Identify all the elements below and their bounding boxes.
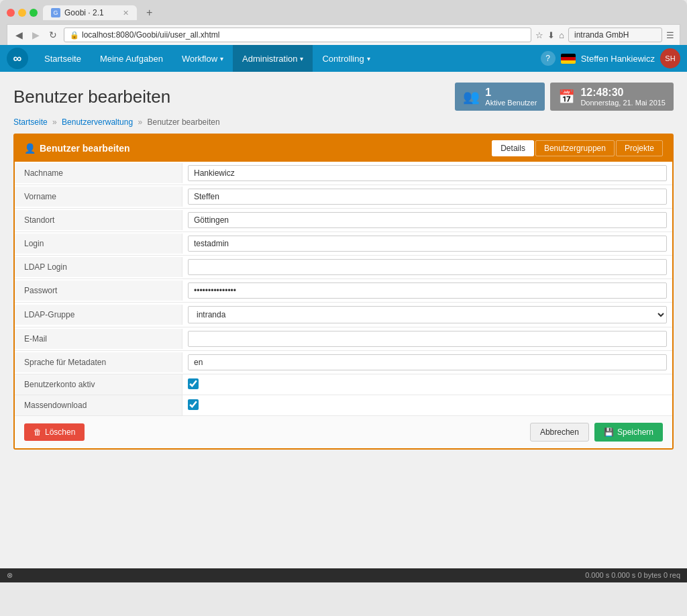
back-button[interactable]: ◀ [13, 28, 25, 42]
input-login[interactable] [188, 236, 667, 252]
tab-close-icon[interactable]: ✕ [123, 9, 129, 17]
calendar-icon: 📅 [558, 89, 575, 105]
label-ldap-login: LDAP Login [15, 257, 182, 277]
tab-icon: G [51, 8, 60, 17]
form-row-massendownload: Massendownload [15, 395, 672, 415]
widget-time: 12:48:30 [580, 87, 666, 99]
form-row-email: E-Mail [15, 327, 672, 351]
maximize-dot[interactable] [30, 9, 38, 17]
search-text: intranda GmbH [574, 30, 629, 40]
url-text: localhost:8080/Goobi/uii/user_all.xhtml [82, 30, 219, 40]
checkbox-benutzerkonto[interactable] [188, 378, 199, 389]
select-ldap-gruppe[interactable]: intranda [188, 306, 667, 323]
label-vorname: Vorname [15, 187, 182, 207]
widget-date: Donnerstag, 21. Mai 2015 [580, 99, 666, 107]
language-flag[interactable] [561, 54, 576, 64]
save-button[interactable]: 💾 Speichern [594, 423, 663, 442]
checkbox-massendownload[interactable] [188, 399, 199, 410]
nav-meine-aufgaben[interactable]: Meine Aufgaben [91, 45, 172, 72]
new-tab-button[interactable]: + [146, 7, 152, 19]
form-panel: 👤 Benutzer bearbeiten Details Benutzergr… [13, 134, 674, 450]
users-icon: 👥 [463, 89, 480, 105]
form-row-login: Login [15, 232, 672, 256]
input-passwort[interactable] [188, 283, 667, 299]
refresh-button[interactable]: ↻ [46, 28, 60, 42]
label-benutzerkonto: Benutzerkonto aktiv [15, 374, 182, 395]
page-header: Benutzer bearbeiten 👥 1 Aktive Benutzer … [0, 72, 687, 117]
label-email: E-Mail [15, 329, 182, 349]
form-panel-title: 👤 Benutzer bearbeiten [24, 143, 130, 154]
tab-details[interactable]: Details [492, 140, 534, 156]
nav-startseite[interactable]: Startseite [35, 45, 91, 72]
controlling-caret-icon: ▾ [367, 55, 370, 62]
top-navigation: ∞ Startseite Meine Aufgaben Workflow ▾ A… [0, 45, 687, 72]
input-nachname[interactable] [188, 165, 667, 181]
bottom-left-icon: ⊗ [7, 571, 13, 580]
browser-tab[interactable]: G Goobi · 2.1 ✕ [43, 5, 137, 20]
user-avatar[interactable]: SH [660, 48, 680, 68]
field-ldap-gruppe: intranda [182, 303, 672, 327]
app-wrapper: ∞ Startseite Meine Aufgaben Workflow ▾ A… [0, 45, 687, 568]
input-sprache[interactable] [188, 354, 667, 370]
field-nachname [182, 162, 672, 185]
administration-caret-icon: ▾ [300, 55, 303, 62]
browser-chrome: G Goobi · 2.1 ✕ + ◀ ▶ ↻ 🔒 localhost:8080… [0, 0, 687, 45]
close-dot[interactable] [7, 9, 15, 17]
label-massendownload: Massendownload [15, 395, 182, 415]
download-icon[interactable]: ⬇ [547, 30, 555, 40]
page-title: Benutzer bearbeiten [13, 87, 170, 107]
bookmark-icon[interactable]: ☆ [535, 30, 543, 40]
field-sprache [182, 351, 672, 374]
minimize-dot[interactable] [18, 9, 26, 17]
breadcrumb-sep-2: » [138, 117, 142, 127]
tab-projekte[interactable]: Projekte [616, 140, 663, 156]
user-icon: 👤 [24, 143, 36, 154]
browser-dots [7, 9, 38, 17]
breadcrumb-startseite[interactable]: Startseite [13, 117, 48, 127]
breadcrumb-benutzerverwaltung[interactable]: Benutzerverwaltung [62, 117, 133, 127]
input-email[interactable] [188, 331, 667, 347]
nav-workflow[interactable]: Workflow ▾ [172, 45, 233, 72]
delete-button[interactable]: 🗑 Löschen [24, 423, 85, 441]
browser-search-bar[interactable]: intranda GmbH [568, 28, 662, 42]
form-row-passwort: Passwort [15, 279, 672, 303]
toolbar-right: ☆ ⬇ ⌂ intranda GmbH ☰ [535, 28, 674, 42]
form-row-sprache: Sprache für Metadaten [15, 351, 672, 374]
form-row-benutzerkonto: Benutzerkonto aktiv [15, 374, 672, 395]
browser-titlebar: G Goobi · 2.1 ✕ + [7, 5, 680, 20]
tab-benutzergruppen[interactable]: Benutzergruppen [535, 140, 615, 156]
form-row-standort: Standort [15, 209, 672, 232]
nav-administration[interactable]: Administration ▾ [233, 45, 313, 72]
datetime-widget: 📅 12:48:30 Donnerstag, 21. Mai 2015 [550, 83, 674, 111]
form-panel-header: 👤 Benutzer bearbeiten Details Benutzergr… [15, 135, 672, 162]
active-users-widget: 👥 1 Aktive Benutzer [455, 83, 545, 111]
input-ldap-login[interactable] [188, 259, 667, 275]
field-email [182, 327, 672, 350]
bottom-bar: ⊗ 0.000 s 0.000 s 0 bytes 0 req [0, 568, 687, 582]
cancel-button[interactable]: Abbrechen [530, 423, 589, 442]
breadcrumb-sep-1: » [52, 117, 57, 127]
users-label: Aktive Benutzer [485, 99, 537, 107]
form-row-ldap-gruppe: LDAP-Gruppe intranda [15, 303, 672, 327]
users-count: 1 [485, 87, 537, 99]
forward-button[interactable]: ▶ [30, 28, 42, 42]
nav-controlling[interactable]: Controlling ▾ [313, 45, 379, 72]
datetime-widget-text: 12:48:30 Donnerstag, 21. Mai 2015 [580, 87, 666, 107]
breadcrumb-current: Benutzer bearbeiten [148, 117, 220, 127]
help-button[interactable]: ? [541, 51, 556, 66]
input-standort[interactable] [188, 212, 667, 228]
label-standort: Standort [15, 210, 182, 230]
home-icon[interactable]: ⌂ [559, 30, 564, 40]
menu-icon[interactable]: ☰ [666, 30, 674, 40]
label-passwort: Passwort [15, 280, 182, 301]
app-logo[interactable]: ∞ [7, 48, 28, 69]
field-ldap-login [182, 256, 672, 278]
field-standort [182, 209, 672, 232]
form-row-nachname: Nachname [15, 162, 672, 185]
url-bar[interactable]: 🔒 localhost:8080/Goobi/uii/user_all.xhtm… [64, 28, 531, 42]
users-widget-text: 1 Aktive Benutzer [485, 87, 537, 107]
label-ldap-gruppe: LDAP-Gruppe [15, 305, 182, 325]
field-benutzerkonto [182, 375, 672, 395]
form-body: Nachname Vorname Standort [15, 162, 672, 415]
input-vorname[interactable] [188, 189, 667, 205]
